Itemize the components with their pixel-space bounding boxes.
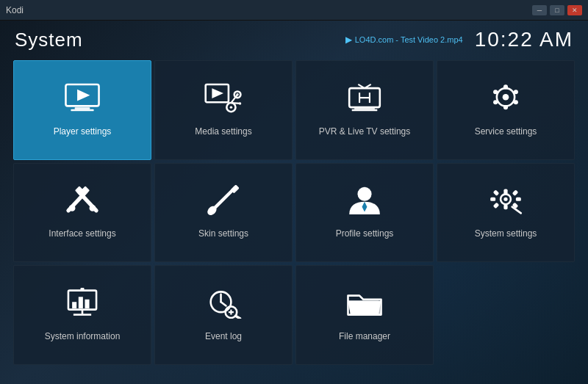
- grid-item-pvr-settings[interactable]: PVR & Live TV settings: [295, 60, 434, 160]
- svg-point-10: [236, 93, 238, 95]
- svg-rect-56: [85, 300, 89, 308]
- file-manager-label: File manager: [339, 331, 390, 343]
- grid-item-service-settings[interactable]: Service settings: [437, 60, 575, 160]
- clock: 10:22 AM: [475, 28, 573, 51]
- svg-point-25: [493, 90, 498, 94]
- header-right: ▶ LO4D.com - Test Video 2.mp4 10:22 AM: [345, 28, 573, 51]
- app-name: Kodi: [6, 5, 24, 15]
- svg-point-7: [230, 106, 232, 108]
- media-settings-label: Media settings: [195, 126, 251, 138]
- svg-line-61: [221, 302, 226, 305]
- skin-settings-label: Skin settings: [198, 228, 248, 240]
- skin-icon: [204, 185, 243, 221]
- interface-icon: [63, 185, 101, 221]
- svg-rect-54: [72, 302, 76, 308]
- svg-point-34: [90, 205, 96, 211]
- svg-rect-48: [493, 203, 500, 209]
- grid-item-system-settings[interactable]: System settings: [437, 163, 575, 263]
- profile-icon: [345, 185, 384, 221]
- service-settings-label: Service settings: [475, 126, 537, 138]
- sysinfo-icon: [63, 288, 101, 324]
- svg-point-28: [514, 100, 518, 104]
- grid-item-system-information[interactable]: System information: [13, 265, 151, 365]
- pvr-icon: [345, 83, 384, 119]
- player-settings-label: Player settings: [54, 126, 112, 138]
- page-title: System: [15, 29, 83, 51]
- grid-item-media-settings[interactable]: Media settings: [154, 60, 293, 160]
- svg-rect-55: [79, 297, 83, 308]
- svg-point-23: [503, 84, 508, 89]
- svg-rect-43: [503, 204, 507, 209]
- interface-settings-label: Interface settings: [49, 228, 115, 240]
- window-controls[interactable]: ─ □ ✕: [532, 5, 582, 15]
- svg-point-22: [503, 93, 509, 100]
- svg-rect-15: [352, 109, 378, 111]
- svg-point-12: [239, 102, 241, 104]
- now-playing-text: LO4D.com - Test Video 2.mp4: [355, 35, 463, 44]
- svg-point-41: [503, 198, 507, 201]
- svg-rect-42: [503, 189, 507, 195]
- now-playing: ▶ LO4D.com - Test Video 2.mp4: [345, 35, 463, 45]
- svg-line-11: [231, 103, 240, 104]
- grid-item-profile-settings[interactable]: Profile settings: [295, 163, 434, 263]
- header: System ▶ LO4D.com - Test Video 2.mp4 10:…: [0, 21, 588, 57]
- system-icon: [487, 185, 525, 221]
- svg-rect-46: [493, 189, 500, 196]
- eventlog-icon: [204, 288, 243, 324]
- svg-rect-47: [512, 189, 519, 196]
- service-icon: [487, 83, 525, 119]
- filemanager-icon: [345, 288, 384, 324]
- grid-item-player-settings[interactable]: Player settings: [13, 60, 151, 160]
- svg-point-38: [357, 187, 371, 201]
- pvr-settings-label: PVR & Live TV settings: [319, 126, 411, 138]
- close-button[interactable]: ✕: [567, 5, 582, 15]
- grid-item-file-manager[interactable]: File manager: [295, 265, 434, 365]
- svg-marker-5: [212, 88, 223, 98]
- main-window: System ▶ LO4D.com - Test Video 2.mp4 10:…: [0, 21, 588, 384]
- system-information-label: System information: [45, 331, 121, 343]
- svg-rect-45: [516, 198, 521, 201]
- play-icon: ▶: [345, 35, 352, 45]
- svg-point-26: [514, 90, 518, 94]
- media-icon: [204, 83, 243, 119]
- svg-rect-2: [75, 107, 90, 109]
- svg-rect-3: [71, 109, 93, 111]
- svg-point-27: [493, 100, 498, 104]
- svg-point-33: [69, 205, 76, 211]
- profile-settings-label: Profile settings: [336, 228, 394, 240]
- svg-rect-14: [354, 107, 375, 109]
- system-settings-label: System settings: [475, 228, 537, 240]
- grid-empty-cell: [437, 265, 575, 365]
- event-log-label: Event log: [205, 331, 242, 343]
- maximize-button[interactable]: □: [550, 5, 564, 15]
- grid-item-event-log[interactable]: Event log: [154, 265, 293, 365]
- player-icon: [63, 83, 101, 119]
- grid-item-skin-settings[interactable]: Skin settings: [154, 163, 293, 263]
- minimize-button[interactable]: ─: [532, 5, 547, 15]
- svg-rect-44: [490, 198, 495, 201]
- grid-item-interface-settings[interactable]: Interface settings: [13, 163, 151, 263]
- svg-marker-1: [77, 89, 90, 101]
- title-bar: Kodi ─ □ ✕: [0, 0, 588, 21]
- settings-grid: Player settings Media settings: [0, 57, 588, 378]
- svg-line-63: [235, 316, 240, 318]
- svg-point-24: [503, 105, 508, 109]
